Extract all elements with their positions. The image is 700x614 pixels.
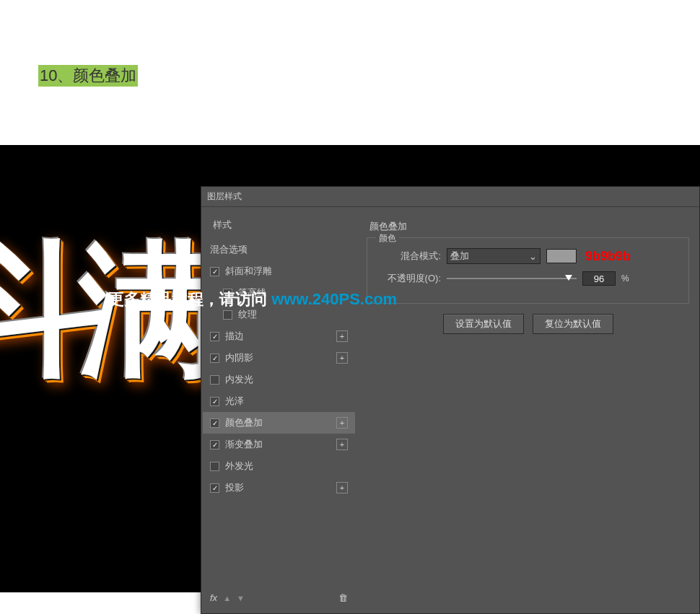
arrow-down-icon[interactable]: ▼ — [237, 594, 245, 602]
opacity-row: 不透明度(O): % — [376, 271, 680, 286]
satin-label: 光泽 — [225, 395, 348, 408]
arrow-up-icon[interactable]: ▲ — [223, 594, 231, 602]
gradient-overlay-item[interactable]: 渐变叠加 + — [203, 434, 355, 455]
satin-checkbox[interactable] — [210, 397, 219, 406]
drop-shadow-label: 投影 — [225, 481, 336, 494]
inner-shadow-label: 内阴影 — [225, 351, 336, 364]
inner-glow-label: 内发光 — [225, 373, 348, 386]
inner-glow-item[interactable]: 内发光 — [203, 369, 355, 390]
blend-mode-label: 混合模式: — [376, 250, 441, 263]
color-overlay-item[interactable]: 颜色叠加 + — [203, 412, 355, 434]
bevel-label: 斜面和浮雕 — [225, 265, 348, 278]
bevel-checkbox[interactable] — [210, 267, 219, 276]
stroke-checkbox[interactable] — [210, 332, 219, 341]
step-title: 10、颜色叠加 — [38, 65, 138, 87]
gradient-overlay-checkbox[interactable] — [210, 440, 219, 449]
texture-checkbox[interactable] — [223, 310, 232, 320]
styles-list: 样式 混合选项 斜面和浮雕 等高线 纹理 描边 + — [201, 207, 356, 613]
inner-shadow-item[interactable]: 内阴影 + — [203, 347, 355, 369]
inner-glow-checkbox[interactable] — [210, 375, 219, 385]
drop-shadow-checkbox[interactable] — [210, 483, 219, 493]
satin-item[interactable]: 光泽 — [203, 390, 355, 412]
styles-footer: fx ▲ ▼ 🗑 — [203, 588, 355, 608]
fieldset-legend: 颜色 — [376, 232, 399, 245]
opacity-input[interactable] — [582, 271, 616, 286]
watermark-prefix: 更多精品教程，请访问 — [108, 290, 271, 308]
tutorial-watermark: 更多精品教程，请访问 www.240PS.com — [108, 289, 397, 310]
bevel-emboss-item[interactable]: 斜面和浮雕 — [203, 260, 355, 282]
inner-shadow-add-icon[interactable]: + — [336, 352, 348, 364]
drop-shadow-add-icon[interactable]: + — [336, 482, 348, 494]
button-row: 设置为默认值 复位为默认值 — [367, 314, 689, 334]
layer-style-dialog: 图层样式 样式 混合选项 斜面和浮雕 等高线 纹理 描边 + — [201, 186, 700, 614]
reset-default-button[interactable]: 复位为默认值 — [533, 314, 613, 334]
make-default-button[interactable]: 设置为默认值 — [443, 314, 524, 334]
trash-icon[interactable]: 🗑 — [338, 592, 348, 603]
color-fieldset: 颜色 混合模式: 叠加 ⌄ 9b9b9b 不透明度(O): — [367, 237, 689, 304]
panel-group-title: 颜色叠加 — [367, 220, 689, 233]
inner-shadow-checkbox[interactable] — [210, 354, 219, 363]
blend-mode-row: 混合模式: 叠加 ⌄ 9b9b9b — [376, 248, 680, 264]
gradient-overlay-add-icon[interactable]: + — [336, 439, 348, 450]
percent-label: % — [621, 273, 629, 284]
blend-mode-select[interactable]: 叠加 ⌄ — [447, 248, 541, 264]
opacity-slider[interactable] — [447, 278, 577, 279]
opacity-label: 不透明度(O): — [376, 272, 441, 285]
blending-options-item[interactable]: 混合选项 — [203, 239, 355, 260]
fx-icon[interactable]: fx — [210, 592, 217, 603]
blending-options-label: 混合选项 — [210, 243, 348, 256]
outer-glow-item[interactable]: 外发光 — [203, 455, 355, 477]
color-overlay-checkbox[interactable] — [210, 418, 219, 428]
watermark-link[interactable]: www.240PS.com — [271, 290, 397, 308]
hex-annotation: 9b9b9b — [585, 249, 631, 264]
color-swatch[interactable] — [546, 249, 577, 263]
color-overlay-add-icon[interactable]: + — [336, 417, 348, 429]
stroke-item[interactable]: 描边 + — [203, 325, 355, 347]
dialog-body: 样式 混合选项 斜面和浮雕 等高线 纹理 描边 + — [201, 207, 699, 613]
chrome-text: 斗满 — [0, 214, 216, 408]
settings-panel: 颜色叠加 颜色 混合模式: 叠加 ⌄ 9b9b9b 不透明度(O): — [356, 207, 699, 613]
dialog-title: 图层样式 — [201, 187, 699, 207]
blend-mode-value: 叠加 — [450, 250, 469, 263]
outer-glow-checkbox[interactable] — [210, 462, 219, 471]
drop-shadow-item[interactable]: 投影 + — [203, 477, 355, 499]
stroke-add-icon[interactable]: + — [336, 330, 348, 342]
outer-glow-label: 外发光 — [225, 460, 348, 473]
color-overlay-label: 颜色叠加 — [225, 416, 336, 429]
stroke-label: 描边 — [225, 330, 336, 343]
slider-thumb[interactable] — [565, 275, 572, 281]
gradient-overlay-label: 渐变叠加 — [225, 438, 336, 451]
artwork-preview: 斗满 — [0, 214, 216, 502]
chevron-down-icon: ⌄ — [529, 251, 537, 262]
styles-header: 样式 — [203, 216, 355, 239]
